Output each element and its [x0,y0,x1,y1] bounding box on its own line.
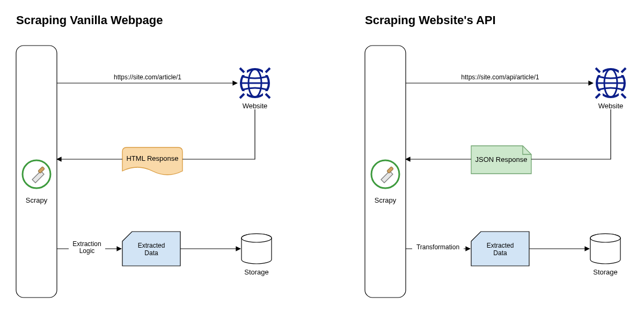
scrapy-label: Scrapy [375,196,397,204]
right-diagram: Scraping Website's API Scrapy Website ht… [365,13,628,298]
website-label: Website [243,102,268,110]
html-response-label: HTML Response [126,154,178,162]
scrapy-label: Scrapy [26,196,48,204]
storage-label: Storage [244,268,269,276]
scrapy-circle [371,160,399,188]
extraction-edge-label-1: Extraction [72,240,101,248]
scrapy-circle [23,160,50,188]
extracted-data-label-2: Data [493,249,507,257]
globe-icon [237,65,273,101]
transformation-edge-label: Transformation [416,243,459,251]
website-to-response-arrow [182,109,255,159]
extracted-data-label-1: Extracted [138,242,165,249]
request-url: https://site.com/api/article/1 [461,73,539,81]
storage-node [590,234,620,264]
website-to-response-arrow [531,109,611,159]
website-label: Website [598,102,624,110]
request-url: https://site.com/article/1 [114,73,181,81]
globe-icon [593,65,628,101]
extracted-data-label-2: Data [144,249,158,257]
storage-label: Storage [593,268,618,276]
right-title: Scraping Website's API [365,13,496,27]
left-title: Scraping Vanilla Webpage [16,13,163,27]
left-diagram: Scraping Vanilla Webpage Scrapy Website … [16,13,273,298]
storage-node [241,234,272,264]
json-response-label: JSON Response [475,155,528,164]
extraction-edge-label-2: Logic [79,247,95,255]
extracted-data-label-1: Extracted [487,242,514,249]
